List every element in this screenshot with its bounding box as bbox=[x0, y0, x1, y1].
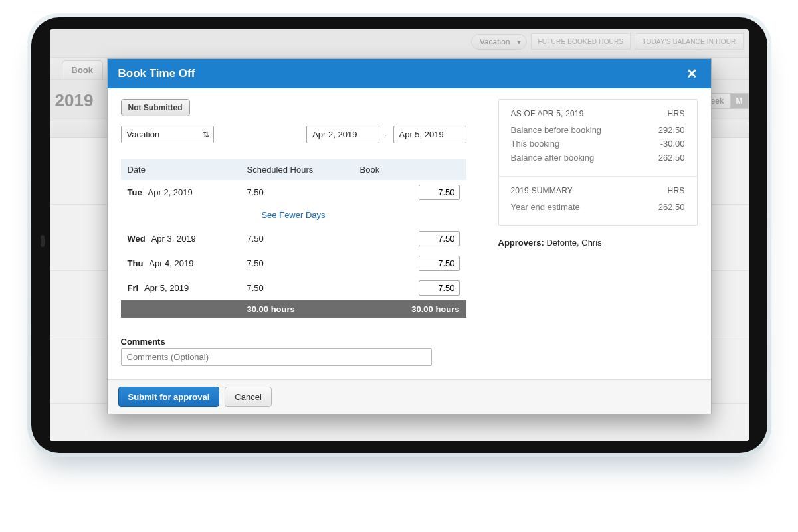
table-row: Wed Apr 3, 2019 7.50 bbox=[121, 226, 466, 251]
see-fewer-days: See Fewer Days bbox=[121, 205, 466, 226]
see-fewer-days-link[interactable]: See Fewer Days bbox=[261, 210, 325, 220]
tablet-screen: Vacation ▾ FUTURE BOOKED HOURS TODAY'S B… bbox=[50, 29, 749, 441]
hrs-label: HRS bbox=[668, 109, 685, 118]
row-sched: 7.50 bbox=[247, 234, 360, 244]
days-table-header: Date Scheduled Hours Book bbox=[121, 159, 466, 180]
row-date-text: Apr 2, 2019 bbox=[148, 187, 193, 197]
totals-row: 30.00 hours 30.00 hours bbox=[121, 300, 466, 318]
row-dow: Wed bbox=[128, 234, 146, 244]
book-hours-input[interactable] bbox=[419, 256, 460, 271]
year-end-line: Year end estimate 262.50 bbox=[511, 202, 685, 212]
table-row: Fri Apr 5, 2019 7.50 bbox=[121, 276, 466, 300]
modal-title: Book Time Off bbox=[118, 67, 195, 80]
total-book: 30.00 hours bbox=[360, 304, 460, 314]
cancel-button[interactable]: Cancel bbox=[225, 387, 271, 407]
approvers-names: Defonte, Chris bbox=[546, 238, 601, 248]
summary-label: 2019 SUMMARY bbox=[511, 186, 573, 195]
balance-section: AS OF APR 5, 2019 HRS Balance before boo… bbox=[499, 100, 697, 176]
type-select[interactable]: Vacation ⇅ bbox=[121, 126, 214, 143]
date-to-input[interactable]: Apr 5, 2019 bbox=[393, 126, 466, 143]
book-time-off-modal: Book Time Off ✕ Not Submitted Vacation ⇅ bbox=[107, 58, 712, 414]
modal-body: Not Submitted Vacation ⇅ Apr 2, 2019 - A… bbox=[108, 88, 711, 379]
balance-after-value: 262.50 bbox=[658, 153, 685, 163]
row-book-cell bbox=[360, 280, 460, 296]
row-date-text: Apr 5, 2019 bbox=[144, 283, 189, 293]
row-book-cell bbox=[360, 256, 460, 271]
modal-footer: Submit for approval Cancel bbox=[108, 379, 711, 414]
tablet-camera bbox=[41, 235, 45, 247]
approvers-label: Approvers: bbox=[498, 238, 544, 248]
row-dow: Tue bbox=[128, 187, 142, 197]
row-date: Tue Apr 2, 2019 bbox=[128, 187, 247, 197]
row-book-cell bbox=[360, 231, 460, 246]
updown-icon: ⇅ bbox=[203, 130, 209, 139]
modal-left-column: Not Submitted Vacation ⇅ Apr 2, 2019 - A… bbox=[121, 99, 466, 366]
col-book-header: Book bbox=[360, 165, 460, 175]
row-sched: 7.50 bbox=[247, 283, 360, 293]
days-table: Date Scheduled Hours Book Tue Apr 2, 201… bbox=[121, 159, 466, 318]
row-date-text: Apr 4, 2019 bbox=[149, 258, 193, 268]
row-date: Wed Apr 3, 2019 bbox=[128, 234, 247, 244]
comments-input[interactable] bbox=[121, 348, 432, 366]
submit-for-approval-button[interactable]: Submit for approval bbox=[118, 387, 220, 407]
book-hours-input[interactable] bbox=[419, 231, 460, 246]
this-booking-label: This booking bbox=[511, 139, 560, 149]
tablet-bezel: Vacation ▾ FUTURE BOOKED HOURS TODAY'S B… bbox=[31, 17, 767, 453]
total-sched: 30.00 hours bbox=[247, 304, 360, 314]
modal-right-column: AS OF APR 5, 2019 HRS Balance before boo… bbox=[498, 99, 698, 366]
col-date-header: Date bbox=[128, 165, 247, 175]
date-from-input[interactable]: Apr 2, 2019 bbox=[306, 126, 379, 143]
row-dow: Thu bbox=[128, 258, 144, 268]
year-end-value: 262.50 bbox=[658, 202, 685, 212]
tablet-frame: Vacation ▾ FUTURE BOOKED HOURS TODAY'S B… bbox=[27, 13, 771, 457]
balance-after-line: Balance after booking 262.50 bbox=[511, 153, 685, 163]
row-date-text: Apr 3, 2019 bbox=[151, 234, 196, 244]
balance-before-value: 292.50 bbox=[658, 125, 685, 135]
book-hours-input[interactable] bbox=[419, 185, 460, 200]
year-end-label: Year end estimate bbox=[511, 202, 580, 212]
table-row: Tue Apr 2, 2019 7.50 bbox=[121, 180, 466, 205]
status-chip: Not Submitted bbox=[121, 99, 190, 116]
balance-before-label: Balance before booking bbox=[511, 125, 602, 135]
asof-label: AS OF APR 5, 2019 bbox=[511, 109, 584, 118]
date-separator: - bbox=[385, 130, 387, 139]
balance-card: AS OF APR 5, 2019 HRS Balance before boo… bbox=[498, 99, 698, 226]
row-date: Thu Apr 4, 2019 bbox=[128, 258, 247, 268]
row-book-cell bbox=[360, 185, 460, 200]
type-select-value: Vacation bbox=[127, 130, 160, 139]
type-and-date-row: Vacation ⇅ Apr 2, 2019 - Apr 5, 2019 bbox=[121, 126, 466, 143]
close-icon[interactable]: ✕ bbox=[684, 67, 700, 80]
hrs-label-2: HRS bbox=[668, 186, 685, 195]
balance-after-label: Balance after booking bbox=[511, 153, 595, 163]
col-sched-header: Scheduled Hours bbox=[247, 165, 360, 175]
balance-before-line: Balance before booking 292.50 bbox=[511, 125, 685, 135]
this-booking-value: -30.00 bbox=[660, 139, 685, 149]
row-sched: 7.50 bbox=[247, 258, 360, 268]
modal-header: Book Time Off ✕ bbox=[108, 59, 711, 88]
summary-section-title: 2019 SUMMARY HRS bbox=[511, 186, 685, 195]
this-booking-line: This booking -30.00 bbox=[511, 139, 685, 149]
balance-section-title: AS OF APR 5, 2019 HRS bbox=[511, 109, 685, 118]
row-sched: 7.50 bbox=[247, 187, 360, 197]
row-dow: Fri bbox=[128, 283, 139, 293]
summary-section: 2019 SUMMARY HRS Year end estimate 262.5… bbox=[499, 176, 697, 225]
comments-label: Comments bbox=[121, 337, 466, 347]
book-hours-input[interactable] bbox=[419, 280, 460, 296]
approvers-line: Approvers: Defonte, Chris bbox=[498, 238, 698, 248]
table-row: Thu Apr 4, 2019 7.50 bbox=[121, 251, 466, 276]
row-date: Fri Apr 5, 2019 bbox=[128, 283, 247, 293]
